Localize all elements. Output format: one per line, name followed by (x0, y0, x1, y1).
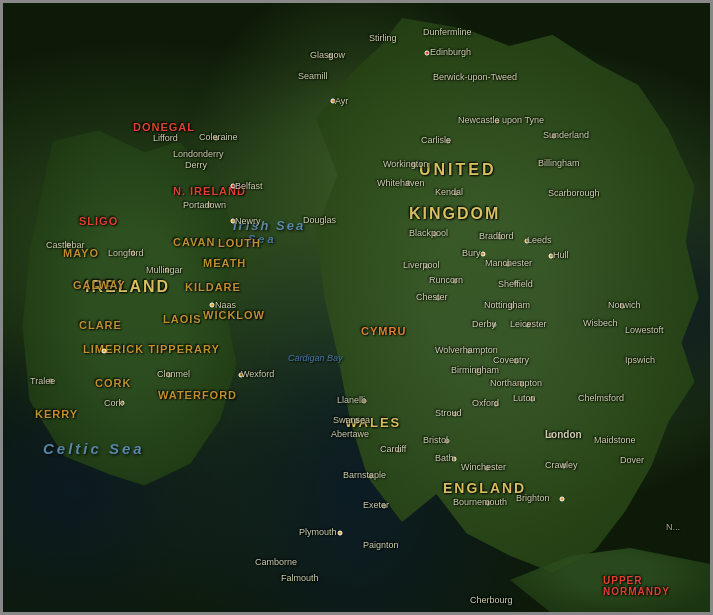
newry-dot (231, 219, 236, 224)
llanelli-dot (362, 399, 367, 404)
derby-dot (492, 323, 497, 328)
norwich-dot (620, 304, 625, 309)
chester-dot (436, 296, 441, 301)
crawley-dot (562, 464, 567, 469)
glasgow-dot (328, 54, 333, 59)
hull-dot (549, 254, 554, 259)
bristol-dot (445, 439, 450, 444)
manchester-dot (506, 262, 511, 267)
cardigan-bay-label: Cardigan Bay (288, 353, 343, 363)
bury-dot (481, 252, 486, 257)
whitehaven-dot (406, 181, 411, 186)
stroud-dot (453, 412, 458, 417)
clonmel-dot (167, 373, 172, 378)
bournemouth-dot (486, 501, 491, 506)
plymouth-dot (338, 531, 343, 536)
nottingham-dot (510, 304, 515, 309)
mullingar-dot (165, 268, 170, 273)
ayr-dot (331, 99, 336, 104)
kendal-dot (454, 191, 459, 196)
swansea-dot (355, 419, 360, 424)
wexford-dot (239, 373, 244, 378)
cardiff-dot (397, 448, 402, 453)
sheffield-dot (514, 281, 519, 286)
workington-dot (412, 163, 417, 168)
oxford-dot (494, 402, 499, 407)
runcorn-dot (453, 279, 458, 284)
luton-dot (530, 397, 535, 402)
celtic-sea-label: Celtic Sea (43, 440, 145, 457)
coleraine-dot (214, 136, 219, 141)
limerick-dot (102, 349, 107, 354)
london-dot (549, 433, 554, 438)
sunderland-dot (552, 134, 557, 139)
barnstaple-dot (369, 474, 374, 479)
tralee-dot (49, 379, 54, 384)
wolverhampton-dot (467, 349, 472, 354)
birmingham-dot (475, 369, 480, 374)
map-container: Celtic Sea Irish Sea Sea Cardigan Bay IR… (0, 0, 713, 615)
carlisle-dot (446, 139, 451, 144)
castlebar-dot (66, 243, 71, 248)
northampton-dot (520, 382, 525, 387)
exeter-dot (382, 504, 387, 509)
longford-dot (131, 251, 136, 256)
naas-dot (210, 303, 215, 308)
irish-sea-label: Irish Sea Sea (233, 218, 305, 245)
newcastle-dot (495, 119, 500, 124)
bradford-dot (498, 235, 503, 240)
blackpool-dot (433, 232, 438, 237)
belfast-dot (231, 184, 236, 189)
leicester-dot (526, 323, 531, 328)
coventry-dot (514, 359, 519, 364)
cork-city-dot (120, 401, 125, 406)
liverpool-dot (425, 264, 430, 269)
edinburgh-dot (425, 51, 430, 56)
brighton-dot (560, 497, 565, 502)
portadown-dot (207, 203, 212, 208)
bath-dot (452, 457, 457, 462)
winchester-dot (485, 466, 490, 471)
leeds-dot (525, 239, 530, 244)
